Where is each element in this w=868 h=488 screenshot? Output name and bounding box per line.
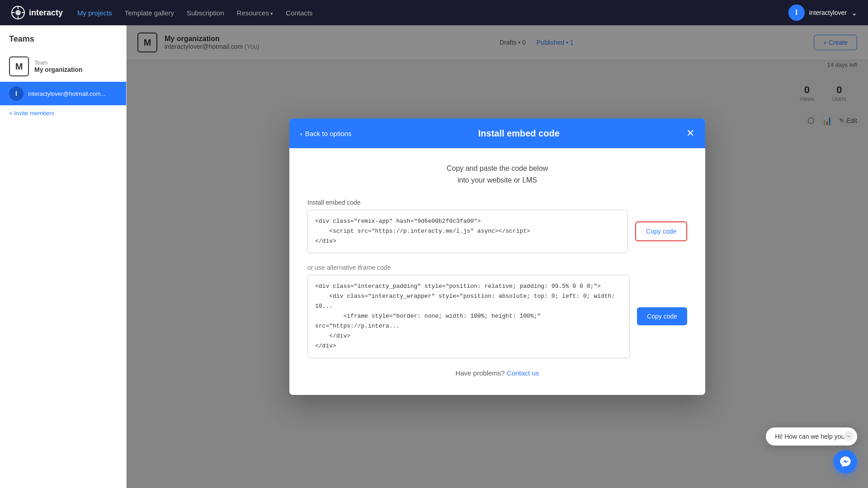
modal: ‹ Back to options Install embed code ✕ C… <box>289 118 705 394</box>
user-item[interactable]: I interactylover@hotmail.com... <box>0 82 126 105</box>
iframe-code-box: <div class="interacty_padding" style="po… <box>307 275 630 358</box>
svg-point-1 <box>15 10 21 15</box>
invite-members-link[interactable]: + Invite members <box>0 105 126 121</box>
chat-open-button[interactable] <box>834 450 857 474</box>
nav-my-projects[interactable]: My projects <box>77 9 112 17</box>
team-info: Team My organization <box>34 60 83 73</box>
nav-resources[interactable]: Resources <box>237 9 274 17</box>
embed-code-row: <div class="remix-app" hash="9d6e00b2f0c… <box>307 210 687 253</box>
logo: interacty <box>11 5 63 20</box>
embed-section-label: Install embed code <box>307 199 687 206</box>
team-avatar: M <box>9 56 29 76</box>
logo-text: interacty <box>29 8 63 18</box>
copy-embed-button[interactable]: Copy code <box>635 221 687 241</box>
avatar: I <box>788 5 805 21</box>
modal-close-button[interactable]: ✕ <box>686 127 694 139</box>
team-item[interactable]: M Team My organization <box>0 51 126 82</box>
modal-subtitle: Copy and paste the code below into your … <box>307 163 687 186</box>
back-arrow-icon: ‹ <box>300 130 302 137</box>
invite-label: + Invite members <box>9 110 54 117</box>
nav-subscription[interactable]: Subscription <box>187 9 224 17</box>
nav-template-gallery[interactable]: Template gallery <box>125 9 174 17</box>
content-area: M My organization interactylover@hotmail… <box>127 25 868 488</box>
modal-header: ‹ Back to options Install embed code ✕ <box>289 118 705 148</box>
user-menu[interactable]: I interactylover ⌄ <box>788 5 857 21</box>
nav-contacts[interactable]: Contacts <box>286 9 312 17</box>
messenger-icon <box>839 455 852 468</box>
modal-title: Install embed code <box>352 128 686 139</box>
back-label: Back to options <box>305 130 352 137</box>
alt-iframe-label: or use alternative iframe code <box>307 264 687 271</box>
nav-links: My projects Template gallery Subscriptio… <box>77 9 774 17</box>
main-layout: Teams M Team My organization I interacty… <box>0 25 868 488</box>
team-name: My organization <box>34 66 83 73</box>
user-item-avatar: I <box>9 86 24 101</box>
iframe-code-row: <div class="interacty_padding" style="po… <box>307 275 687 358</box>
modal-footer: Have problems? Contact us <box>307 369 687 377</box>
sidebar-title: Teams <box>0 34 126 51</box>
contact-us-link[interactable]: Contact us <box>507 369 539 377</box>
team-label: Team <box>34 60 83 66</box>
logo-icon <box>11 5 25 20</box>
user-dropdown-arrow: ⌄ <box>851 9 857 17</box>
navbar: interacty My projects Template gallery S… <box>0 0 868 25</box>
modal-body: Copy and paste the code below into your … <box>289 148 705 394</box>
chat-widget: Hi! How can we help you? − <box>766 427 857 474</box>
modal-back-button[interactable]: ‹ Back to options <box>300 130 352 137</box>
username: interactylover <box>809 9 847 16</box>
copy-iframe-button[interactable]: Copy code <box>637 307 687 325</box>
embed-code-box: <div class="remix-app" hash="9d6e00b2f0c… <box>307 210 628 253</box>
chat-minimize-button[interactable]: − <box>844 431 854 441</box>
user-item-email: interactylover@hotmail.com... <box>28 90 105 97</box>
modal-overlay: ‹ Back to options Install embed code ✕ C… <box>127 25 868 488</box>
sidebar: Teams M Team My organization I interacty… <box>0 25 127 488</box>
